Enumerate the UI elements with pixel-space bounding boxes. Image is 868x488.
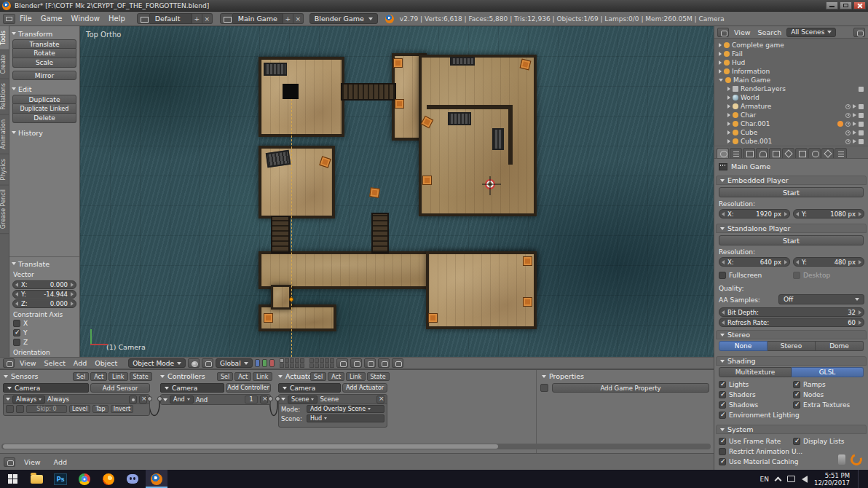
layer-toggle[interactable]: [295, 363, 299, 368]
embedded-res-x-field[interactable]: X:1920 px: [719, 209, 790, 219]
layer-toggle[interactable]: [325, 363, 329, 368]
logic-editor[interactable]: Sensors Sel Act Link State Camera Add Se…: [0, 369, 714, 453]
sensors-header[interactable]: Sensors: [4, 372, 39, 380]
maximize-button[interactable]: [840, 1, 852, 9]
layer-toggle[interactable]: [300, 363, 304, 368]
tab-animation[interactable]: Animation: [0, 115, 9, 154]
selectability-toggle-icon[interactable]: [853, 122, 856, 126]
layer-toggle[interactable]: [315, 358, 319, 363]
visibility-toggle-icon[interactable]: [845, 122, 851, 127]
language-indicator[interactable]: EN: [760, 476, 769, 483]
outliner-menu-view[interactable]: View: [732, 28, 753, 36]
taskbar-clock[interactable]: 5:51 PM 12/20/2017: [814, 472, 850, 487]
file-explorer-button[interactable]: [25, 470, 47, 488]
menu-help[interactable]: Help: [104, 15, 130, 23]
layer-toggle[interactable]: [309, 358, 314, 363]
material-tab[interactable]: [821, 148, 834, 158]
embedded-player-panel-header[interactable]: Embedded Player: [716, 176, 867, 185]
redo-panel-header[interactable]: Translate: [12, 259, 50, 268]
sensor-name[interactable]: Always: [47, 395, 127, 403]
nodes-checkbox[interactable]: Nodes: [793, 391, 824, 398]
lights-checkbox[interactable]: Lights: [719, 381, 749, 388]
outliner-item-cube[interactable]: Cube: [714, 128, 868, 137]
sensor-output-nub[interactable]: [147, 396, 152, 401]
system-panel-header[interactable]: System: [716, 425, 867, 434]
vector-x-field[interactable]: X:0.000: [12, 280, 76, 289]
menu-game[interactable]: Game: [36, 15, 67, 23]
sensors-state-toggle[interactable]: State: [130, 372, 152, 381]
outliner-item-char-001[interactable]: Char.001: [714, 119, 868, 128]
transform-panel-header[interactable]: Transform: [12, 29, 52, 38]
outliner-item-hud[interactable]: Hud: [714, 58, 868, 67]
layer-toggle[interactable]: [290, 363, 294, 368]
delete-controller-icon[interactable]: [260, 395, 268, 404]
add-controller-button[interactable]: Add Controller: [226, 383, 271, 393]
render-tab[interactable]: [717, 148, 729, 158]
translate-button[interactable]: Translate: [12, 39, 76, 49]
sensors-act-toggle[interactable]: Act: [90, 372, 107, 381]
outliner-item-renderlayers[interactable]: RenderLayers: [714, 84, 868, 93]
logic-editor-type-icon[interactable]: [4, 457, 15, 467]
viewport-menu-view[interactable]: View: [17, 359, 39, 367]
render-layers-tab[interactable]: [730, 148, 742, 158]
render-toggle-icon[interactable]: [859, 139, 864, 144]
render-toggle-icon[interactable]: [859, 113, 864, 118]
display-lists-checkbox[interactable]: Display Lists: [793, 438, 844, 445]
delete-button[interactable]: Delete: [12, 114, 76, 123]
scrollbar-thumb[interactable]: [3, 444, 498, 449]
manipulator-translate-icon[interactable]: [255, 359, 260, 367]
photoshop-button[interactable]: Ps: [50, 470, 71, 488]
layer-toggle[interactable]: [330, 358, 334, 363]
layers-grid-1[interactable]: [280, 358, 304, 368]
actuators-act-toggle[interactable]: Act: [328, 372, 344, 381]
constraints-tab[interactable]: [782, 148, 794, 158]
add-sensor-button[interactable]: Add Sensor: [90, 383, 150, 393]
layer-toggle[interactable]: [315, 363, 319, 368]
delete-sensor-icon[interactable]: [139, 395, 147, 404]
sensors-sel-toggle[interactable]: Sel: [73, 372, 89, 381]
world-tab[interactable]: [756, 148, 768, 158]
embedded-start-button[interactable]: Start: [719, 187, 864, 197]
show-hidden-icons-caret[interactable]: [775, 476, 782, 484]
shadows-checkbox[interactable]: Shadows: [719, 401, 758, 409]
visibility-toggle-icon[interactable]: [845, 130, 851, 135]
controller-brick-header[interactable]: And And 1: [161, 395, 270, 404]
pulse-positive-icon[interactable]: [6, 405, 14, 413]
viewport-shading-dropdown[interactable]: [188, 358, 200, 368]
outliner-item-cube-001[interactable]: Cube.001: [714, 137, 868, 146]
outliner-editor-type-icon[interactable]: [717, 28, 729, 37]
render-toggle-icon[interactable]: [859, 122, 864, 127]
viewport-3d[interactable]: Top Ortho (1) Camera: [80, 26, 714, 357]
actuator-scene-field[interactable]: Hud: [307, 414, 384, 422]
viewport-menu-object[interactable]: Object: [92, 359, 120, 367]
pin-icon[interactable]: [129, 395, 137, 404]
expand-icon[interactable]: [719, 52, 722, 56]
controllers-link-toggle[interactable]: Link: [253, 372, 272, 381]
glsl-button[interactable]: GLSL: [792, 367, 864, 377]
sensor-brick-always[interactable]: Always Always Skip: 0 Level Tap Invert: [3, 394, 150, 416]
outliner-item-fail[interactable]: Fail: [714, 50, 868, 58]
minimize-button[interactable]: [826, 1, 838, 9]
sensor-brick-header[interactable]: Always Always: [4, 395, 149, 404]
expand-icon[interactable]: [719, 60, 722, 65]
aa-samples-dropdown[interactable]: Off: [778, 294, 864, 304]
controller-type-dropdown[interactable]: And: [170, 395, 194, 404]
restrict-animation-checkbox[interactable]: Restrict Animation U...: [719, 448, 802, 455]
expand-icon[interactable]: [727, 130, 730, 135]
actuators-link-toggle[interactable]: Link: [346, 372, 365, 381]
outliner-item-information[interactable]: Information: [714, 67, 868, 76]
add-game-property-button[interactable]: Add Game Property: [552, 383, 709, 393]
stereo-panel-header[interactable]: Stereo: [716, 330, 867, 339]
tab-relations[interactable]: Relations: [0, 79, 9, 115]
vector-z-field[interactable]: Z:0.000: [12, 299, 76, 308]
stereo-dome-button[interactable]: Dome: [816, 341, 864, 351]
expand-icon[interactable]: [727, 122, 730, 126]
actuators-state-toggle[interactable]: State: [367, 372, 390, 381]
layer-toggle[interactable]: [309, 363, 314, 368]
scene-icon[interactable]: [220, 13, 233, 24]
constraint-x-checkbox[interactable]: X: [13, 320, 28, 327]
cursor-3d[interactable]: [485, 179, 495, 189]
level-button[interactable]: Level: [69, 405, 90, 413]
invert-button[interactable]: Invert: [111, 405, 134, 413]
edit-panel-header[interactable]: Edit: [12, 84, 31, 93]
